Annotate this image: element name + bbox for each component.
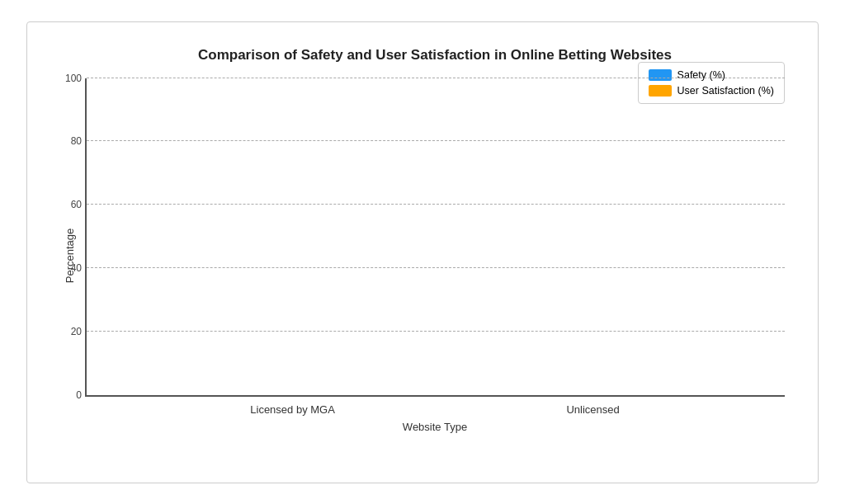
y-tick-40: 40	[57, 262, 82, 274]
y-tick-20: 20	[57, 326, 82, 337]
chart-container: Comparison of Safety and User Satisfacti…	[26, 21, 819, 483]
y-axis-label: Percentage	[64, 228, 76, 283]
grid-area: 204060801000	[85, 78, 785, 397]
y-tick-80: 80	[57, 135, 82, 147]
chart-body: Percentage 204060801000 Licensed by MGAU…	[85, 78, 785, 433]
y-tick-0: 0	[57, 389, 82, 401]
grid-and-bars: 204060801000 Licensed by MGAUnlicensed W…	[85, 78, 785, 433]
bars-wrapper	[87, 78, 785, 395]
y-tick-100: 100	[57, 73, 82, 84]
chart-title: Comparison of Safety and User Satisfacti…	[85, 47, 785, 64]
x-label-0: Licensed by MGA	[250, 403, 335, 416]
x-label-1: Unlicensed	[566, 403, 619, 416]
x-labels: Licensed by MGAUnlicensed	[85, 397, 785, 416]
y-tick-60: 60	[57, 199, 82, 210]
x-axis-label: Website Type	[85, 421, 785, 433]
